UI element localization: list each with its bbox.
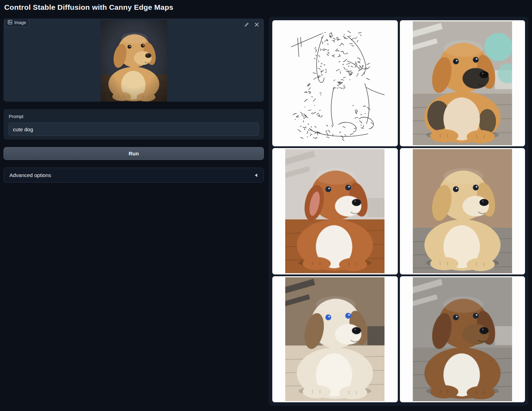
input-image-block: Image — [3, 19, 264, 102]
canny-edge-image — [285, 21, 384, 145]
page-title: Control Stable Diffusion with Canny Edge… — [4, 3, 529, 12]
gallery-item-generated-puppy-1[interactable] — [400, 20, 525, 146]
generated-image — [413, 277, 512, 401]
input-column: Image — [3, 17, 264, 183]
gallery-item-generated-puppy-3[interactable] — [400, 148, 525, 274]
clear-image-button[interactable] — [253, 21, 260, 29]
gallery-item-generated-puppy-2[interactable] — [272, 148, 398, 274]
generated-image — [285, 149, 384, 273]
prompt-label: Prompt — [9, 114, 259, 119]
run-button[interactable]: Run — [3, 147, 264, 160]
prompt-input[interactable] — [8, 123, 259, 136]
image-tab-label: Image — [14, 20, 26, 25]
clear-x-icon — [254, 22, 259, 28]
accordion-arrow-icon — [254, 173, 258, 177]
image-tab: Image — [5, 19, 29, 27]
generated-image — [285, 277, 384, 401]
main-layout: Image — [3, 17, 529, 406]
input-image — [101, 20, 167, 100]
image-icon — [8, 20, 12, 25]
image-actions — [243, 21, 260, 29]
advanced-options-accordion[interactable]: Advanced options — [3, 168, 264, 183]
generated-image — [413, 149, 512, 273]
prompt-block: Prompt — [3, 109, 264, 140]
advanced-options-label: Advanced options — [9, 172, 51, 178]
output-gallery — [269, 17, 529, 406]
gallery-item-generated-puppy-5[interactable] — [400, 276, 525, 402]
edit-pencil-icon — [244, 22, 249, 28]
gallery-item-canny-edge-map[interactable] — [272, 20, 398, 146]
gallery-item-generated-puppy-4[interactable] — [272, 276, 398, 402]
generated-image — [413, 21, 512, 145]
edit-image-button[interactable] — [243, 21, 250, 29]
